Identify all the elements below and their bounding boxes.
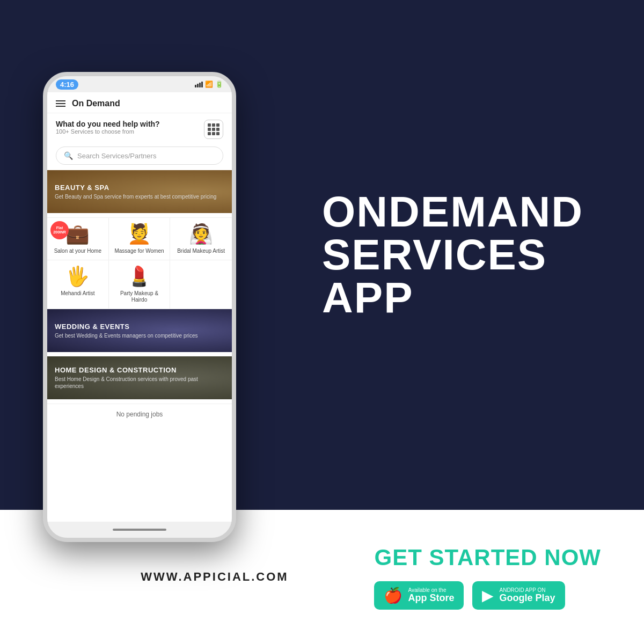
- home-design-banner[interactable]: HOME DESIGN & CONSTRUCTION Best Home Des…: [47, 356, 232, 399]
- search-icon: 🔍: [64, 151, 73, 160]
- help-heading: What do you need help with?: [56, 120, 160, 128]
- salon-icon: 💼: [65, 224, 90, 244]
- google-play-text: ANDROID APP ON Google Play: [499, 588, 555, 603]
- home-bar: [113, 529, 166, 531]
- massage-icon: 💆: [127, 224, 151, 244]
- top-section: 4:16 📶 🔋: [0, 0, 644, 510]
- app-title-line1: ONDEMAND: [322, 191, 612, 233]
- phone-time: 4:16: [56, 79, 78, 90]
- massage-label: Massage for Women: [114, 248, 164, 254]
- discount-badge: Flat200INR: [50, 221, 69, 239]
- status-icons: 📶 🔋: [195, 80, 223, 88]
- wedding-banner-desc: Get best Wedding & Events managers on co…: [55, 332, 224, 339]
- app-title-line2: SERVICES: [322, 233, 612, 276]
- search-bar[interactable]: 🔍 Search Services/Partners: [56, 147, 223, 165]
- home-indicator[interactable]: [47, 522, 232, 538]
- beauty-banner-content: BEAUTY & SPA Get Beauty and Spa service …: [47, 170, 232, 213]
- search-input[interactable]: Search Services/Partners: [77, 152, 156, 160]
- service-grid: Flat200INR 💼 Salon at your Home 💆 Massag…: [47, 217, 232, 309]
- no-pending-label: No pending jobs: [116, 411, 163, 418]
- phone-mockup: 4:16 📶 🔋: [43, 72, 236, 542]
- service-item-massage[interactable]: 💆 Massage for Women: [109, 218, 171, 260]
- battery-icon: 🔋: [215, 80, 223, 88]
- party-makeup-icon: 💄: [127, 267, 151, 286]
- signal-icon: [195, 82, 203, 87]
- phone-area: 4:16 📶 🔋: [0, 0, 279, 510]
- app-store-button[interactable]: 🍎 Available on the App Store: [374, 581, 464, 610]
- beauty-banner-desc: Get Beauty and Spa service from experts …: [55, 193, 224, 200]
- app-title: ONDEMAND SERVICES APP: [322, 191, 612, 319]
- apple-icon: 🍎: [384, 587, 402, 604]
- service-item-mehandi[interactable]: 🖐 Mehandi Artist: [47, 260, 109, 309]
- get-started-heading: GET STARTED NOW: [374, 545, 601, 570]
- grid-dots-icon: [208, 123, 219, 135]
- help-text: What do you need help with? 100+ Service…: [56, 120, 160, 135]
- google-play-button[interactable]: ▶ ANDROID APP ON Google Play: [472, 581, 565, 610]
- wedding-banner-title: WEDDING & EVENTS: [55, 323, 224, 331]
- store-buttons: 🍎 Available on the App Store ▶ ANDROID A…: [374, 581, 565, 610]
- screen-title: On Demand: [72, 99, 120, 108]
- grid-view-button[interactable]: [204, 120, 223, 139]
- app-store-label-large: App Store: [408, 593, 454, 603]
- help-subtext: 100+ Services to choose from: [56, 128, 160, 135]
- status-bar: 4:16 📶 🔋: [47, 76, 232, 92]
- service-item-bridal[interactable]: 👰 Bridal Makeup Artist: [170, 218, 232, 260]
- app-title-area: ONDEMAND SERVICES APP: [279, 0, 644, 510]
- google-play-label-large: Google Play: [499, 593, 555, 603]
- app-title-line3: APP: [322, 276, 612, 319]
- mehandi-label: Mehandi Artist: [61, 290, 94, 297]
- service-item-party-makeup[interactable]: 💄 Party Makeup & Hairdo: [109, 260, 171, 309]
- bridal-icon: 👰: [189, 224, 213, 244]
- website-url: WWW.APPICIAL.COM: [141, 570, 288, 584]
- screen-header: On Demand: [47, 92, 232, 113]
- beauty-spa-banner[interactable]: BEAUTY & SPA Get Beauty and Spa service …: [47, 170, 232, 213]
- service-item-empty: [170, 260, 232, 309]
- service-item-salon[interactable]: Flat200INR 💼 Salon at your Home: [47, 218, 109, 260]
- party-makeup-label: Party Makeup & Hairdo: [112, 290, 167, 303]
- home-banner-desc: Best Home Design & Construction services…: [55, 376, 224, 390]
- salon-label: Salon at your Home: [54, 248, 101, 254]
- mehandi-icon: 🖐: [65, 267, 90, 286]
- cta-area: GET STARTED NOW 🍎 Available on the App S…: [374, 545, 601, 610]
- wifi-icon: 📶: [205, 80, 213, 88]
- help-section: What do you need help with? 100+ Service…: [47, 113, 232, 143]
- bridal-label: Bridal Makeup Artist: [177, 248, 225, 254]
- play-icon: ▶: [482, 587, 494, 604]
- no-pending-text: No pending jobs: [47, 404, 232, 425]
- wedding-events-banner[interactable]: WEDDING & EVENTS Get best Wedding & Even…: [47, 309, 232, 352]
- home-banner-title: HOME DESIGN & CONSTRUCTION: [55, 366, 224, 374]
- app-store-text: Available on the App Store: [408, 588, 454, 603]
- wedding-banner-content: WEDDING & EVENTS Get best Wedding & Even…: [47, 309, 232, 352]
- beauty-banner-title: BEAUTY & SPA: [55, 184, 224, 192]
- menu-icon[interactable]: [56, 100, 65, 107]
- home-banner-content: HOME DESIGN & CONSTRUCTION Best Home Des…: [47, 356, 232, 399]
- phone-screen: On Demand What do you need help with? 10…: [47, 92, 232, 522]
- website-area: WWW.APPICIAL.COM: [75, 570, 354, 584]
